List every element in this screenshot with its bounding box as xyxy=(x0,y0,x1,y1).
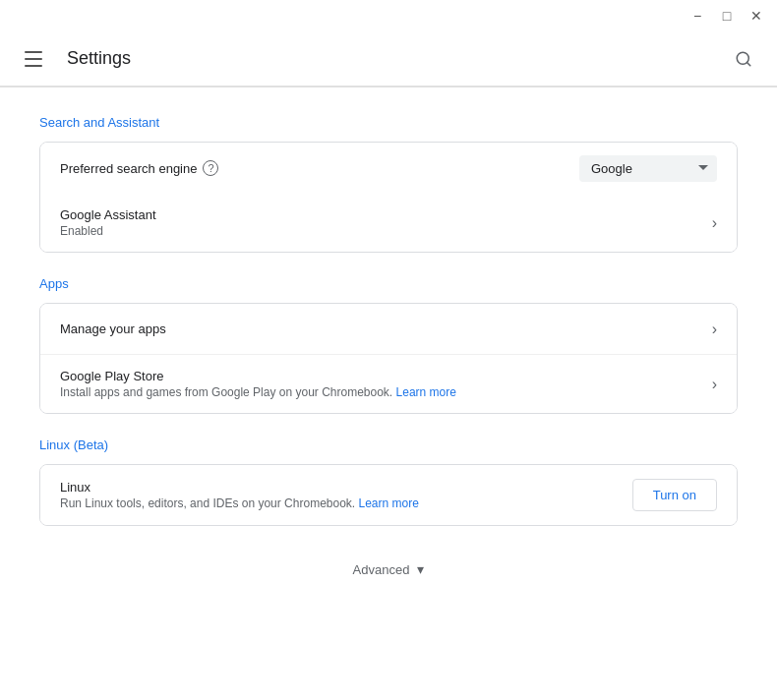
google-play-title: Google Play Store xyxy=(60,369,712,383)
search-engine-label-group: Preferred search engine ? xyxy=(60,160,218,176)
google-play-subtitle: Install apps and games from Google Play … xyxy=(60,385,712,399)
chevron-right-icon: › xyxy=(712,214,717,232)
google-play-learn-more-link[interactable]: Learn more xyxy=(396,385,456,399)
apps-heading: Apps xyxy=(39,276,738,291)
hamburger-line xyxy=(25,65,42,67)
chevron-right-icon: › xyxy=(712,376,717,393)
google-assistant-title: Google Assistant xyxy=(60,207,712,222)
advanced-section[interactable]: Advanced ▾ xyxy=(39,550,738,589)
manage-apps-info: Manage your apps xyxy=(60,321,712,336)
linux-card: Linux Run Linux tools, editors, and IDEs… xyxy=(39,464,738,526)
chevron-down-icon: ▾ xyxy=(417,561,424,577)
linux-info: Linux Run Linux tools, editors, and IDEs… xyxy=(60,480,632,510)
search-engine-row: Preferred search engine ? Google Bing Du… xyxy=(40,143,737,194)
page-title: Settings xyxy=(67,48,131,69)
search-icon xyxy=(735,50,752,68)
manage-apps-row[interactable]: Manage your apps › xyxy=(40,304,737,355)
advanced-label: Advanced xyxy=(353,562,410,577)
google-assistant-row[interactable]: Google Assistant Enabled › xyxy=(40,194,737,252)
apps-card: Manage your apps › Google Play Store Ins… xyxy=(39,303,738,414)
linux-learn-more-link[interactable]: Learn more xyxy=(359,496,419,510)
maximize-button[interactable]: □ xyxy=(714,3,740,29)
title-bar: − □ ✕ xyxy=(0,0,777,31)
search-assistant-card: Preferred search engine ? Google Bing Du… xyxy=(39,142,738,253)
app-header: Settings xyxy=(0,31,777,87)
search-engine-label: Preferred search engine xyxy=(60,161,197,176)
search-engine-select[interactable]: Google Bing DuckDuckGo Yahoo xyxy=(579,155,717,182)
search-button[interactable] xyxy=(726,41,761,77)
turn-on-button[interactable]: Turn on xyxy=(632,479,717,511)
menu-button[interactable] xyxy=(16,41,51,77)
close-button[interactable]: ✕ xyxy=(744,3,769,29)
hamburger-line xyxy=(25,58,42,60)
google-assistant-status: Enabled xyxy=(60,224,712,238)
google-play-info: Google Play Store Install apps and games… xyxy=(60,369,712,399)
help-icon[interactable]: ? xyxy=(203,160,218,176)
search-assistant-heading: Search and Assistant xyxy=(39,115,738,130)
google-assistant-info: Google Assistant Enabled xyxy=(60,207,712,238)
linux-beta-heading: Linux (Beta) xyxy=(39,438,738,452)
manage-apps-title: Manage your apps xyxy=(60,321,712,336)
hamburger-line xyxy=(25,51,42,53)
google-play-row[interactable]: Google Play Store Install apps and games… xyxy=(40,355,737,413)
linux-subtitle: Run Linux tools, editors, and IDEs on yo… xyxy=(60,496,632,510)
header-left: Settings xyxy=(16,41,131,77)
chevron-right-icon: › xyxy=(712,321,717,338)
svg-line-1 xyxy=(747,62,749,65)
main-content: Search and Assistant Preferred search en… xyxy=(0,88,777,700)
linux-row: Linux Run Linux tools, editors, and IDEs… xyxy=(40,465,737,525)
minimize-button[interactable]: − xyxy=(685,3,710,29)
linux-title: Linux xyxy=(60,480,632,495)
